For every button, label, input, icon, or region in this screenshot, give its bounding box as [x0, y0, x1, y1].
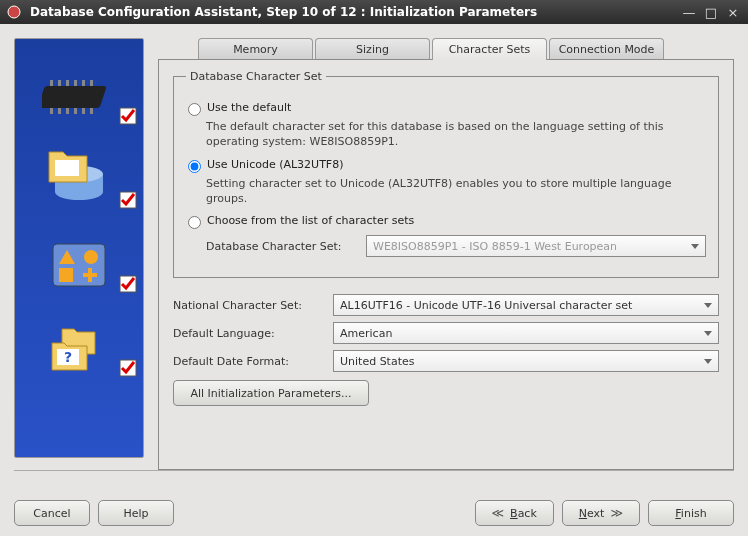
svg-rect-2	[50, 80, 53, 86]
help-button[interactable]: Help	[98, 500, 174, 526]
wizard-step-storage	[15, 139, 143, 223]
svg-rect-4	[66, 80, 69, 86]
svg-rect-5	[74, 80, 77, 86]
radio-use-unicode-desc: Setting character set to Unicode (AL32UT…	[206, 177, 706, 207]
default-date-format-select[interactable]: United States	[333, 350, 719, 372]
default-language-select[interactable]: American	[333, 322, 719, 344]
group-legend: Database Character Set	[186, 70, 326, 83]
close-button[interactable]: ×	[724, 4, 742, 20]
radio-choose-list[interactable]	[188, 216, 201, 229]
svg-rect-9	[58, 108, 61, 114]
svg-rect-11	[74, 108, 77, 114]
back-button[interactable]: ≪ Back	[475, 500, 554, 526]
tab-strip: Memory Sizing Character Sets Connection …	[198, 38, 734, 60]
step-complete-check-icon	[119, 275, 139, 295]
step-complete-check-icon	[119, 359, 139, 379]
svg-rect-23	[59, 268, 73, 282]
finish-button[interactable]: Finish	[648, 500, 734, 526]
radio-use-unicode[interactable]	[188, 160, 201, 173]
svg-point-22	[84, 250, 98, 264]
database-character-set-group: Database Character Set Use the default T…	[173, 70, 719, 278]
radio-use-default-label: Use the default	[207, 101, 291, 114]
radio-use-default[interactable]	[188, 103, 201, 116]
default-date-format-label: Default Date Format:	[173, 355, 333, 368]
cancel-button[interactable]: Cancel	[14, 500, 90, 526]
svg-rect-7	[90, 80, 93, 86]
all-init-params-button[interactable]: All Initialization Parameters...	[173, 380, 369, 406]
tab-panel: Database Character Set Use the default T…	[158, 59, 734, 470]
wizard-step-chip	[15, 55, 143, 139]
tab-memory[interactable]: Memory	[198, 38, 313, 60]
next-button[interactable]: Next ≫	[562, 500, 640, 526]
svg-rect-12	[82, 108, 85, 114]
window-title: Database Configuration Assistant, Step 1…	[30, 5, 676, 19]
chevron-left-icon: ≪	[492, 506, 505, 520]
maximize-button[interactable]: □	[702, 4, 720, 20]
step-complete-check-icon	[119, 191, 139, 211]
wizard-footer: Cancel Help ≪ Back Next ≫ Finish	[14, 500, 734, 526]
app-icon	[6, 4, 22, 20]
tab-sizing[interactable]: Sizing	[315, 38, 430, 60]
wizard-step-scripts: ?	[15, 307, 143, 391]
svg-rect-18	[55, 160, 79, 176]
svg-point-0	[8, 6, 20, 18]
db-charset-label: Database Character Set:	[206, 240, 366, 253]
minimize-button[interactable]: —	[680, 4, 698, 20]
footer-separator	[14, 470, 734, 471]
tab-character-sets[interactable]: Character Sets	[432, 38, 547, 60]
chevron-right-icon: ≫	[610, 506, 623, 520]
radio-use-default-desc: The default character set for this datab…	[206, 120, 706, 150]
tab-connection-mode[interactable]: Connection Mode	[549, 38, 664, 60]
svg-rect-10	[66, 108, 69, 114]
svg-rect-1	[42, 86, 107, 108]
db-charset-select: WE8ISO8859P1 - ISO 8859-1 West European	[366, 235, 706, 257]
window-titlebar: Database Configuration Assistant, Step 1…	[0, 0, 748, 24]
svg-rect-8	[50, 108, 53, 114]
radio-choose-list-label: Choose from the list of character sets	[207, 214, 414, 227]
step-complete-check-icon	[119, 107, 139, 127]
wizard-step-options	[15, 223, 143, 307]
national-charset-select[interactable]: AL16UTF16 - Unicode UTF-16 Universal cha…	[333, 294, 719, 316]
wizard-steps-rail: ?	[14, 38, 144, 458]
svg-rect-6	[82, 80, 85, 86]
svg-text:?: ?	[64, 349, 72, 365]
svg-rect-3	[58, 80, 61, 86]
client-area: ? Memory Sizing Character Sets Connectio…	[0, 24, 748, 536]
radio-use-unicode-label: Use Unicode (AL32UTF8)	[207, 158, 343, 171]
svg-rect-13	[90, 108, 93, 114]
default-language-label: Default Language:	[173, 327, 333, 340]
national-charset-label: National Character Set:	[173, 299, 333, 312]
